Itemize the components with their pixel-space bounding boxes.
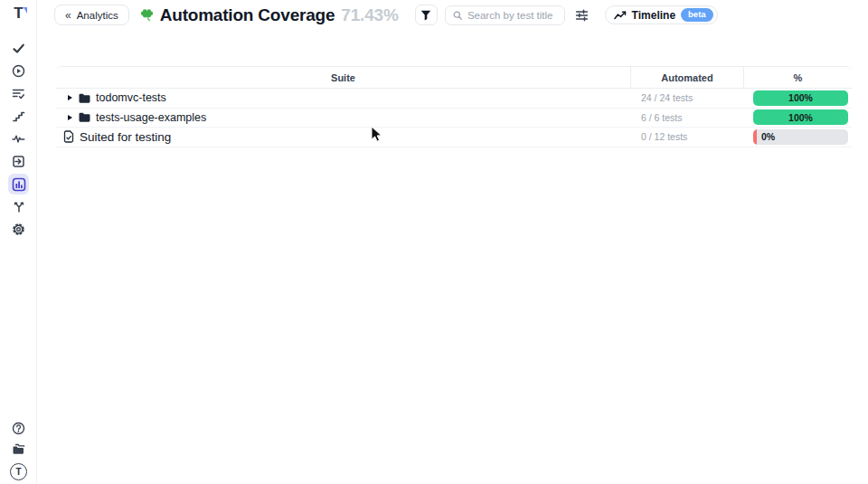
progress-label: 0% bbox=[761, 131, 775, 142]
back-button-label: Analytics bbox=[77, 10, 118, 21]
search-input[interactable] bbox=[467, 10, 557, 21]
page-title: Automation Coverage bbox=[160, 5, 335, 25]
clover-icon bbox=[139, 7, 155, 23]
search-box[interactable] bbox=[445, 5, 565, 25]
app-logo[interactable]: T bbox=[0, 5, 37, 23]
sidebar-item-steps[interactable] bbox=[0, 105, 37, 128]
automated-count: 6 / 6 tests bbox=[630, 112, 743, 123]
steps-icon bbox=[12, 109, 25, 123]
sidebar-nav bbox=[0, 37, 37, 241]
sidebar-bottom-nav: T bbox=[0, 417, 37, 482]
import-box-icon bbox=[12, 155, 25, 168]
automated-count: 24 / 24 tests bbox=[630, 92, 743, 103]
chevrons-left-icon: « bbox=[65, 10, 71, 21]
column-header-automated: Automated bbox=[630, 67, 743, 88]
folders-icon bbox=[12, 443, 26, 456]
app-logo-letter: T bbox=[14, 5, 23, 22]
bar-chart-icon bbox=[12, 177, 26, 192]
pulse-icon bbox=[12, 132, 25, 146]
sidebar-item-settings[interactable] bbox=[0, 218, 37, 241]
suite-cell: Suited for testing bbox=[56, 130, 630, 144]
beta-badge: beta bbox=[681, 8, 713, 21]
help-circle-icon bbox=[12, 422, 25, 435]
check-icon bbox=[12, 42, 25, 55]
timeline-button-label: Timeline bbox=[632, 9, 675, 22]
list-check-icon bbox=[12, 87, 25, 100]
help-button[interactable] bbox=[0, 417, 37, 439]
avatar-letter: T bbox=[15, 467, 21, 477]
column-header-percent: % bbox=[743, 67, 852, 88]
avatar: T bbox=[10, 463, 27, 480]
suite-name[interactable]: Suited for testing bbox=[80, 130, 171, 144]
projects-button[interactable] bbox=[0, 439, 37, 460]
funnel-icon bbox=[420, 10, 431, 21]
timeline-button[interactable]: Timeline beta bbox=[605, 5, 718, 24]
suite-cell: todomvc-tests bbox=[56, 91, 630, 104]
table-header: Suite Automated % bbox=[56, 66, 852, 89]
branch-icon bbox=[13, 200, 25, 214]
trend-line-icon bbox=[614, 11, 627, 20]
percent-cell: 100% bbox=[743, 109, 852, 125]
sidebar-item-plans[interactable] bbox=[0, 82, 37, 105]
table-row[interactable]: todomvc-tests 24 / 24 tests 100% bbox=[56, 89, 852, 109]
play-circle-icon bbox=[12, 64, 25, 78]
caret-right-icon[interactable] bbox=[68, 95, 72, 100]
automated-count: 0 / 12 tests bbox=[630, 131, 743, 142]
sliders-icon[interactable] bbox=[575, 9, 589, 22]
sidebar-item-pulse[interactable] bbox=[0, 128, 37, 150]
sidebar-item-runs[interactable] bbox=[0, 60, 37, 82]
app-logo-accent bbox=[24, 7, 27, 14]
folder-icon bbox=[79, 93, 90, 103]
sidebar-item-analytics[interactable] bbox=[0, 173, 37, 195]
sidebar-item-import[interactable] bbox=[0, 150, 37, 173]
suite-cell: tests-usage-examples bbox=[56, 111, 630, 124]
coverage-table: Suite Automated % todomvc-tests 24 / 24 … bbox=[56, 66, 852, 147]
active-item-highlight bbox=[8, 174, 29, 195]
progress-label: 100% bbox=[788, 92, 813, 103]
table-row[interactable]: Suited for testing 0 / 12 tests 0% bbox=[56, 128, 852, 147]
gear-icon bbox=[12, 223, 25, 236]
sidebar: T bbox=[0, 0, 37, 484]
percent-cell: 100% bbox=[743, 90, 852, 106]
account-button[interactable]: T bbox=[0, 460, 37, 482]
folder-icon bbox=[79, 112, 90, 122]
suite-name[interactable]: todomvc-tests bbox=[96, 91, 166, 104]
filter-button[interactable] bbox=[415, 5, 438, 25]
caret-right-icon[interactable] bbox=[68, 115, 72, 120]
coverage-percent-value: 71.43% bbox=[341, 5, 398, 25]
progress-bar: 0% bbox=[753, 129, 848, 145]
sidebar-item-branches[interactable] bbox=[0, 195, 37, 218]
progress-label: 100% bbox=[788, 112, 813, 123]
file-check-icon bbox=[63, 130, 74, 143]
search-icon bbox=[453, 10, 462, 21]
table-row[interactable]: tests-usage-examples 6 / 6 tests 100% bbox=[56, 109, 852, 128]
percent-cell: 0% bbox=[743, 129, 852, 145]
column-header-suite: Suite bbox=[56, 67, 630, 88]
sidebar-item-tests[interactable] bbox=[0, 37, 37, 60]
suite-name[interactable]: tests-usage-examples bbox=[96, 111, 206, 124]
back-to-analytics-button[interactable]: « Analytics bbox=[54, 5, 129, 25]
topbar: « Analytics Automation Coverage 71.43% T… bbox=[37, 0, 868, 30]
progress-bar: 100% bbox=[753, 90, 848, 106]
progress-bar: 100% bbox=[753, 109, 848, 125]
